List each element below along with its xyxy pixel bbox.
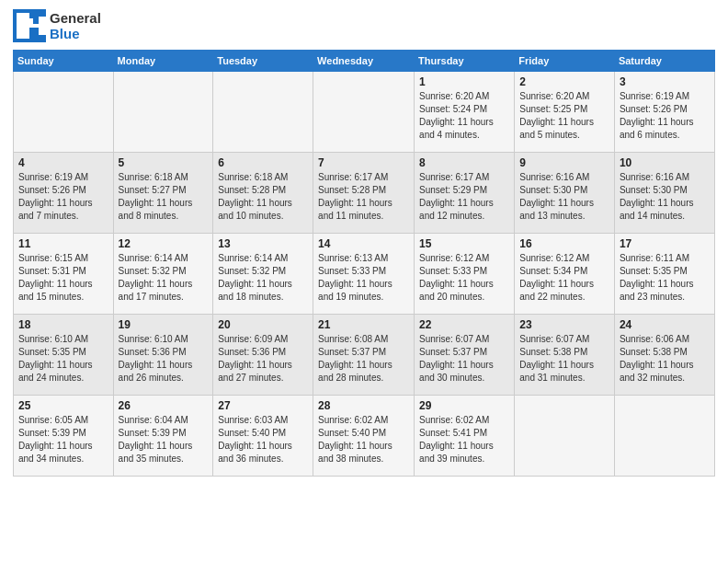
- day-number: 14: [318, 237, 409, 250]
- calendar-cell: [213, 72, 313, 153]
- weekday-header-friday: Friday: [515, 51, 615, 72]
- calendar-cell: 16Sunrise: 6:12 AMSunset: 5:34 PMDayligh…: [515, 234, 615, 315]
- calendar-cell: 2Sunrise: 6:20 AMSunset: 5:25 PMDaylight…: [515, 72, 615, 153]
- page: GeneralBlue SundayMondayTuesdayWednesday…: [0, 0, 728, 563]
- logo-svg: [13, 9, 46, 42]
- calendar-cell: [515, 396, 615, 477]
- day-info: Sunrise: 6:11 AMSunset: 5:35 PMDaylight:…: [620, 252, 710, 304]
- day-number: 19: [119, 318, 209, 331]
- day-info: Sunrise: 6:06 AMSunset: 5:38 PMDaylight:…: [620, 333, 710, 385]
- day-number: 6: [218, 156, 308, 169]
- day-info: Sunrise: 6:13 AMSunset: 5:33 PMDaylight:…: [318, 252, 409, 304]
- day-number: 5: [119, 156, 209, 169]
- calendar-cell: 6Sunrise: 6:18 AMSunset: 5:28 PMDaylight…: [213, 153, 313, 234]
- day-info: Sunrise: 6:08 AMSunset: 5:37 PMDaylight:…: [318, 333, 409, 385]
- day-number: 28: [318, 399, 409, 412]
- day-number: 2: [519, 75, 609, 88]
- day-number: 20: [218, 318, 308, 331]
- day-number: 17: [620, 237, 710, 250]
- day-info: Sunrise: 6:18 AMSunset: 5:27 PMDaylight:…: [119, 171, 209, 223]
- day-info: Sunrise: 6:14 AMSunset: 5:32 PMDaylight:…: [218, 252, 308, 304]
- calendar-cell: 19Sunrise: 6:10 AMSunset: 5:36 PMDayligh…: [113, 315, 213, 396]
- calendar-cell: 20Sunrise: 6:09 AMSunset: 5:36 PMDayligh…: [213, 315, 313, 396]
- calendar-cell: 26Sunrise: 6:04 AMSunset: 5:39 PMDayligh…: [113, 396, 213, 477]
- calendar-cell: 17Sunrise: 6:11 AMSunset: 5:35 PMDayligh…: [614, 234, 714, 315]
- logo: GeneralBlue: [13, 9, 101, 42]
- svg-rect-1: [17, 13, 29, 39]
- calendar-cell: [14, 72, 114, 153]
- calendar-cell: 9Sunrise: 6:16 AMSunset: 5:30 PMDaylight…: [515, 153, 615, 234]
- calendar-cell: 18Sunrise: 6:10 AMSunset: 5:35 PMDayligh…: [14, 315, 114, 396]
- calendar-cell: 10Sunrise: 6:16 AMSunset: 5:30 PMDayligh…: [614, 153, 714, 234]
- day-number: 1: [419, 75, 509, 88]
- calendar-cell: 7Sunrise: 6:17 AMSunset: 5:28 PMDaylight…: [313, 153, 415, 234]
- day-number: 16: [519, 237, 609, 250]
- calendar-cell: 25Sunrise: 6:05 AMSunset: 5:39 PMDayligh…: [14, 396, 114, 477]
- calendar-cell: 28Sunrise: 6:02 AMSunset: 5:40 PMDayligh…: [313, 396, 415, 477]
- day-info: Sunrise: 6:12 AMSunset: 5:33 PMDaylight:…: [419, 252, 509, 304]
- day-info: Sunrise: 6:20 AMSunset: 5:24 PMDaylight:…: [419, 90, 509, 142]
- calendar-cell: 15Sunrise: 6:12 AMSunset: 5:33 PMDayligh…: [415, 234, 515, 315]
- day-info: Sunrise: 6:17 AMSunset: 5:29 PMDaylight:…: [419, 171, 509, 223]
- day-info: Sunrise: 6:09 AMSunset: 5:36 PMDaylight:…: [218, 333, 308, 385]
- day-number: 8: [419, 156, 509, 169]
- day-number: 10: [620, 156, 710, 169]
- calendar-week-2: 4Sunrise: 6:19 AMSunset: 5:26 PMDaylight…: [14, 153, 715, 234]
- calendar-cell: 29Sunrise: 6:02 AMSunset: 5:41 PMDayligh…: [415, 396, 515, 477]
- day-number: 22: [419, 318, 509, 331]
- calendar-cell: [313, 72, 415, 153]
- day-info: Sunrise: 6:10 AMSunset: 5:35 PMDaylight:…: [18, 333, 108, 385]
- day-info: Sunrise: 6:02 AMSunset: 5:40 PMDaylight:…: [318, 414, 409, 465]
- calendar-cell: 5Sunrise: 6:18 AMSunset: 5:27 PMDaylight…: [113, 153, 213, 234]
- day-number: 24: [620, 318, 710, 331]
- logo-general-label: General: [50, 10, 101, 26]
- day-info: Sunrise: 6:07 AMSunset: 5:38 PMDaylight:…: [519, 333, 609, 385]
- calendar-cell: 22Sunrise: 6:07 AMSunset: 5:37 PMDayligh…: [415, 315, 515, 396]
- calendar-cell: 8Sunrise: 6:17 AMSunset: 5:29 PMDaylight…: [415, 153, 515, 234]
- day-info: Sunrise: 6:07 AMSunset: 5:37 PMDaylight:…: [419, 333, 509, 385]
- day-info: Sunrise: 6:17 AMSunset: 5:28 PMDaylight:…: [318, 171, 409, 223]
- day-number: 3: [620, 75, 710, 88]
- day-number: 12: [119, 237, 209, 250]
- weekday-header-thursday: Thursday: [415, 51, 515, 72]
- day-number: 26: [119, 399, 209, 412]
- day-number: 4: [18, 156, 108, 169]
- day-info: Sunrise: 6:19 AMSunset: 5:26 PMDaylight:…: [620, 90, 710, 142]
- day-info: Sunrise: 6:15 AMSunset: 5:31 PMDaylight:…: [18, 252, 108, 304]
- weekday-header-saturday: Saturday: [614, 51, 714, 72]
- calendar-cell: 24Sunrise: 6:06 AMSunset: 5:38 PMDayligh…: [614, 315, 714, 396]
- calendar-cell: 11Sunrise: 6:15 AMSunset: 5:31 PMDayligh…: [14, 234, 114, 315]
- calendar-week-4: 18Sunrise: 6:10 AMSunset: 5:35 PMDayligh…: [14, 315, 715, 396]
- calendar-cell: 3Sunrise: 6:19 AMSunset: 5:26 PMDaylight…: [614, 72, 714, 153]
- calendar-cell: 23Sunrise: 6:07 AMSunset: 5:38 PMDayligh…: [515, 315, 615, 396]
- day-info: Sunrise: 6:04 AMSunset: 5:39 PMDaylight:…: [119, 414, 209, 465]
- day-info: Sunrise: 6:12 AMSunset: 5:34 PMDaylight:…: [519, 252, 609, 304]
- day-info: Sunrise: 6:18 AMSunset: 5:28 PMDaylight:…: [218, 171, 308, 223]
- day-number: 13: [218, 237, 308, 250]
- calendar-table: SundayMondayTuesdayWednesdayThursdayFrid…: [13, 50, 715, 477]
- day-number: 7: [318, 156, 409, 169]
- day-info: Sunrise: 6:05 AMSunset: 5:39 PMDaylight:…: [18, 414, 108, 465]
- weekday-header-monday: Monday: [113, 51, 213, 72]
- day-number: 15: [419, 237, 509, 250]
- header-area: GeneralBlue: [13, 9, 715, 42]
- day-number: 21: [318, 318, 409, 331]
- calendar-header-row: SundayMondayTuesdayWednesdayThursdayFrid…: [14, 51, 715, 72]
- calendar-cell: 13Sunrise: 6:14 AMSunset: 5:32 PMDayligh…: [213, 234, 313, 315]
- calendar-cell: 21Sunrise: 6:08 AMSunset: 5:37 PMDayligh…: [313, 315, 415, 396]
- day-number: 25: [18, 399, 108, 412]
- svg-marker-2: [33, 9, 46, 42]
- day-info: Sunrise: 6:16 AMSunset: 5:30 PMDaylight:…: [519, 171, 609, 223]
- day-info: Sunrise: 6:10 AMSunset: 5:36 PMDaylight:…: [119, 333, 209, 385]
- day-number: 27: [218, 399, 308, 412]
- calendar-cell: [614, 396, 714, 477]
- calendar-week-3: 11Sunrise: 6:15 AMSunset: 5:31 PMDayligh…: [14, 234, 715, 315]
- day-info: Sunrise: 6:03 AMSunset: 5:40 PMDaylight:…: [218, 414, 308, 465]
- day-info: Sunrise: 6:16 AMSunset: 5:30 PMDaylight:…: [620, 171, 710, 223]
- day-number: 29: [419, 399, 509, 412]
- day-number: 18: [18, 318, 108, 331]
- calendar-cell: 14Sunrise: 6:13 AMSunset: 5:33 PMDayligh…: [313, 234, 415, 315]
- calendar-cell: [113, 72, 213, 153]
- day-number: 9: [519, 156, 609, 169]
- calendar-cell: 27Sunrise: 6:03 AMSunset: 5:40 PMDayligh…: [213, 396, 313, 477]
